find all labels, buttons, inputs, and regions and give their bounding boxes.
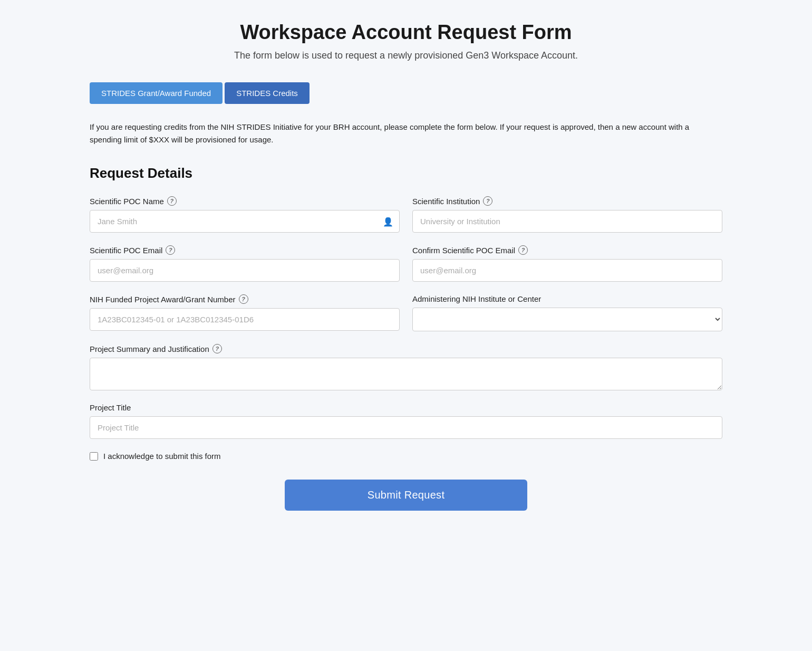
group-scientific-institution: Scientific Institution ?	[412, 196, 722, 233]
row-grant-nih: NIH Funded Project Award/Grant Number ? …	[90, 294, 722, 331]
administering-nih-select[interactable]	[412, 308, 722, 331]
label-grant-number: NIH Funded Project Award/Grant Number ?	[90, 294, 400, 304]
help-icon-confirm-email[interactable]: ?	[518, 245, 528, 255]
row-project-title: Project Title	[90, 403, 722, 439]
submit-button-container: Submit Request	[90, 480, 722, 511]
row-project-summary: Project Summary and Justification ?	[90, 344, 722, 390]
grant-number-input[interactable]	[90, 308, 400, 331]
help-icon-grant-number[interactable]: ?	[239, 294, 248, 304]
label-confirm-email: Confirm Scientific POC Email ?	[412, 245, 722, 255]
poc-name-input-wrapper: 👤	[90, 210, 400, 233]
help-icon-poc-email[interactable]: ?	[166, 245, 175, 255]
section-title: Request Details	[90, 165, 722, 181]
submit-button[interactable]: Submit Request	[285, 480, 527, 511]
label-poc-email: Scientific POC Email ?	[90, 245, 400, 255]
label-scientific-institution: Scientific Institution ?	[412, 196, 722, 206]
group-grant-number: NIH Funded Project Award/Grant Number ?	[90, 294, 400, 331]
group-confirm-email: Confirm Scientific POC Email ?	[412, 245, 722, 282]
page-container: Workspace Account Request Form The form …	[90, 21, 722, 511]
description-text: If you are requesting credits from the N…	[90, 121, 722, 146]
label-administering-nih: Administering NIH Institute or Center	[412, 294, 722, 303]
page-title: Workspace Account Request Form	[90, 21, 722, 44]
label-project-title: Project Title	[90, 403, 722, 412]
page-header: Workspace Account Request Form The form …	[90, 21, 722, 61]
label-project-summary: Project Summary and Justification ?	[90, 344, 722, 353]
help-icon-institution[interactable]: ?	[483, 196, 492, 206]
group-project-title: Project Title	[90, 403, 722, 439]
acknowledge-row: I acknowledge to submit this form	[90, 452, 722, 461]
tab-credits[interactable]: STRIDES Credits	[225, 82, 310, 104]
help-icon-project-summary[interactable]: ?	[212, 344, 222, 353]
project-title-input[interactable]	[90, 416, 722, 439]
project-summary-textarea[interactable]	[90, 358, 722, 390]
group-poc-email: Scientific POC Email ?	[90, 245, 400, 282]
row-name-institution: Scientific POC Name ? 👤 Scientific Insti…	[90, 196, 722, 233]
group-administering-nih: Administering NIH Institute or Center	[412, 294, 722, 331]
group-project-summary: Project Summary and Justification ?	[90, 344, 722, 390]
acknowledge-checkbox[interactable]	[90, 452, 98, 461]
help-icon-poc-name[interactable]: ?	[167, 196, 177, 206]
poc-email-input[interactable]	[90, 259, 400, 282]
poc-name-icon: 👤	[383, 216, 393, 226]
tab-grant[interactable]: STRIDES Grant/Award Funded	[90, 82, 223, 104]
label-scientific-poc-name: Scientific POC Name ?	[90, 196, 400, 206]
group-scientific-poc-name: Scientific POC Name ? 👤	[90, 196, 400, 233]
scientific-institution-input[interactable]	[412, 210, 722, 233]
acknowledge-label: I acknowledge to submit this form	[103, 452, 221, 461]
tab-group: STRIDES Grant/Award Funded STRIDES Credi…	[90, 82, 722, 104]
confirm-email-input[interactable]	[412, 259, 722, 282]
row-email: Scientific POC Email ? Confirm Scientifi…	[90, 245, 722, 282]
page-subtitle: The form below is used to request a newl…	[90, 50, 722, 61]
scientific-poc-name-input[interactable]	[90, 210, 400, 233]
